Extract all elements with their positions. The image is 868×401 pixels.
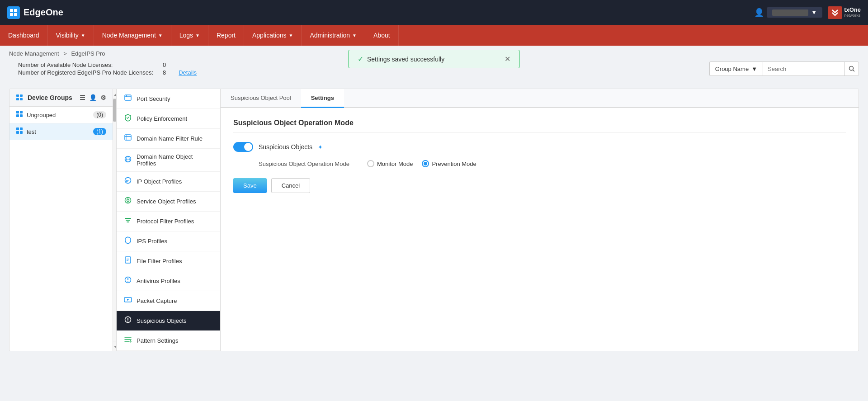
svg-rect-1 — [14, 9, 17, 12]
license-value-2: 8 — [163, 69, 166, 76]
menu-packet-capture[interactable]: Packet Capture — [117, 291, 220, 311]
menu-ip-object[interactable]: IP IP Object Profiles — [117, 172, 220, 192]
group-ungrouped-count: (0) — [93, 111, 106, 118]
menu-domain-object-label: Domain Name Object Profiles — [137, 153, 213, 167]
menu-domain-filter-label: Domain Name Filter Rule — [137, 135, 203, 142]
settings-icon[interactable]: ⚙ — [100, 94, 106, 101]
prevention-mode-label: Prevention Mode — [432, 160, 476, 167]
svg-rect-3 — [14, 13, 17, 16]
license-value-1: 0 — [163, 61, 166, 68]
user-icon: 👤 — [754, 8, 764, 18]
top-bar: EdgeOne 👤 ▼ txOne networks — [0, 0, 868, 25]
toast-close-button[interactable]: ✕ — [505, 55, 510, 63]
group-ungrouped[interactable]: Ungrouped (0) — [9, 107, 113, 123]
group-test[interactable]: test (1) — [9, 123, 113, 140]
search-input-wrap — [763, 61, 859, 76]
user-add-icon[interactable]: 👤 — [89, 94, 97, 101]
menu-port-security-label: Port Security — [137, 95, 170, 102]
menu-protocol-filter[interactable]: Protocol Filter Profiles — [117, 212, 220, 231]
nav-visibility[interactable]: Visibility ▼ — [48, 25, 94, 46]
domain-filter-icon — [124, 133, 132, 144]
license-row-2: Number of Registered EdgeIPS Pro Node Li… — [18, 69, 197, 76]
ip-object-icon: IP — [124, 176, 132, 187]
svg-rect-15 — [20, 127, 23, 130]
port-security-icon — [124, 94, 132, 104]
toast-content: ✓ Settings saved successfully — [358, 55, 444, 63]
main-content: Device Groups ☰ 👤 ⚙ Ungrouped (0) test (… — [0, 84, 868, 351]
panel-title: Device Groups — [28, 94, 72, 101]
group-name-label: Group Name — [715, 66, 749, 72]
right-panel: Suspicious Object Pool Settings Suspicio… — [221, 89, 859, 351]
nav-node-management[interactable]: Node Management ▼ — [94, 25, 171, 46]
nav-about[interactable]: About — [365, 25, 399, 46]
nav-dashboard[interactable]: Dashboard — [0, 25, 48, 46]
details-link[interactable]: Details — [179, 69, 197, 76]
success-toast: ✓ Settings saved successfully ✕ — [348, 50, 520, 68]
sidebar-menu: Port Security Policy Enforcement Domain … — [117, 89, 221, 351]
txone-logo: txOne networks — [828, 6, 861, 19]
toast-check-icon: ✓ — [358, 55, 363, 63]
svg-marker-40 — [127, 299, 129, 301]
user-box[interactable]: ▼ — [767, 7, 822, 18]
nav-applications[interactable]: Applications ▼ — [244, 25, 302, 46]
menu-suspicious-objects-label: Suspicious Objects — [137, 317, 187, 324]
menu-ips-profiles[interactable]: IPS Profiles — [117, 231, 220, 251]
menu-file-filter[interactable]: File Filter Profiles — [117, 251, 220, 271]
menu-service-object-label: Service Object Profiles — [137, 198, 196, 205]
menu-pattern-settings[interactable]: Pattern Settings — [117, 331, 220, 351]
button-row: Save Cancel — [233, 178, 846, 193]
suspicious-objects-toggle[interactable] — [233, 142, 253, 152]
menu-domain-filter[interactable]: Domain Name Filter Rule — [117, 129, 220, 149]
info-icon[interactable]: ✦ — [318, 144, 323, 151]
prevention-radio[interactable] — [422, 160, 429, 167]
list-icon[interactable]: ☰ — [80, 94, 85, 101]
monitor-radio[interactable] — [367, 160, 374, 167]
nav-logs[interactable]: Logs ▼ — [171, 25, 208, 46]
visibility-caret: ▼ — [81, 33, 85, 38]
license-label-2: Number of Registered EdgeIPS Pro Node Li… — [18, 69, 154, 76]
menu-policy-enforcement[interactable]: Policy Enforcement — [117, 109, 220, 129]
svg-rect-21 — [125, 135, 131, 140]
menu-port-security[interactable]: Port Security — [117, 89, 220, 109]
user-area[interactable]: 👤 ▼ — [754, 7, 822, 18]
nav-report[interactable]: Report — [208, 25, 244, 46]
breadcrumb-parent[interactable]: Node Management — [9, 50, 59, 57]
group-name-button[interactable]: Group Name ▼ — [709, 61, 763, 76]
svg-rect-12 — [16, 114, 19, 117]
scroll-down[interactable]: ▼ — [113, 341, 116, 351]
monitor-mode-label: Monitor Mode — [377, 160, 413, 167]
search-button[interactable] — [844, 62, 859, 75]
menu-antivirus[interactable]: Antivirus Profiles — [117, 271, 220, 291]
menu-file-filter-label: File Filter Profiles — [137, 258, 182, 264]
panel-header: Device Groups ☰ 👤 ⚙ — [9, 89, 113, 107]
cancel-button[interactable]: Cancel — [271, 178, 310, 193]
txone-name: txOne — [844, 7, 861, 13]
group-name-caret: ▼ — [751, 66, 757, 72]
scrollbar-thumb[interactable] — [113, 99, 116, 122]
toggle-row: Suspicious Objects ✦ — [233, 142, 846, 152]
mode-label: Suspicious Object Operation Mode — [259, 160, 358, 167]
suspicious-objects-icon — [124, 316, 132, 326]
tab-suspicious-object-pool[interactable]: Suspicious Object Pool — [221, 89, 301, 108]
section-title: Suspicious Object Operation Mode — [233, 119, 846, 133]
search-input[interactable] — [763, 62, 844, 75]
group-ungrouped-icon — [16, 110, 23, 119]
menu-service-object[interactable]: Service Object Profiles — [117, 192, 220, 212]
user-name — [772, 9, 808, 16]
menu-antivirus-label: Antivirus Profiles — [137, 278, 180, 284]
license-area: Number of Available Node Licenses: 0 Num… — [9, 60, 206, 80]
menu-suspicious-objects[interactable]: Suspicious Objects — [117, 311, 220, 331]
svg-rect-10 — [16, 111, 19, 113]
menu-domain-object[interactable]: Domain Name Object Profiles — [117, 149, 220, 172]
antivirus-icon — [124, 276, 132, 286]
svg-point-4 — [849, 66, 854, 71]
svg-point-38 — [127, 281, 128, 282]
radio-prevention-mode[interactable]: Prevention Mode — [422, 160, 476, 167]
tab-settings[interactable]: Settings — [301, 89, 344, 108]
save-button[interactable]: Save — [233, 178, 267, 193]
nav-administration[interactable]: Administration ▼ — [302, 25, 365, 46]
menu-policy-enforcement-label: Policy Enforcement — [137, 115, 187, 122]
svg-rect-0 — [10, 9, 13, 12]
scroll-up[interactable]: ▲ — [113, 89, 116, 99]
radio-monitor-mode[interactable]: Monitor Mode — [367, 160, 413, 167]
